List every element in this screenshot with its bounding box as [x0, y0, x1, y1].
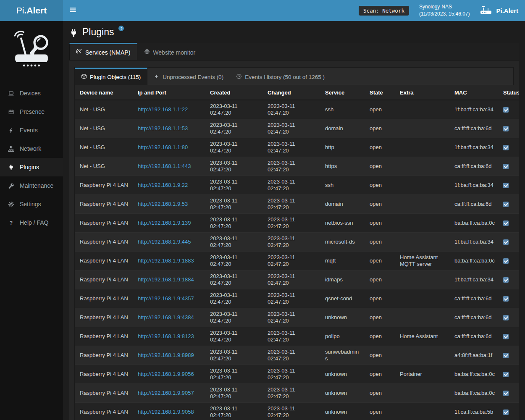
cell-changed: 2023-03-11 02:47:20	[262, 214, 320, 233]
cell-created: 2023-03-11 02:47:20	[205, 252, 262, 270]
navbar-brand[interactable]: Pi.Alert	[480, 5, 518, 16]
column-header-state[interactable]: State	[365, 85, 395, 100]
ip-port-link[interactable]: http://192.168.1.9:9057	[138, 390, 194, 396]
ip-port-link[interactable]: http://192.168.1.9:139	[138, 220, 191, 226]
cell-changed: 2023-03-11 02:47:20	[262, 403, 320, 420]
table-row: Net - USGhttp://192.168.1.1:4432023-03-1…	[75, 157, 519, 176]
ip-port-link[interactable]: http://192.168.1.9:4384	[138, 314, 194, 320]
cell-extra: Home Assistant MQTT server	[395, 252, 449, 270]
status-checkbox-checked[interactable]	[503, 145, 509, 150]
maintenance-icon	[8, 183, 15, 189]
cell-state: open	[365, 270, 395, 289]
cell-ip-port: http://192.168.1.9:1884	[133, 270, 205, 289]
status-checkbox-checked[interactable]	[503, 353, 509, 358]
sidebar-item-plugins[interactable]: Plugins	[0, 158, 63, 176]
help-badge[interactable]: ?	[118, 26, 124, 31]
status-checkbox-checked[interactable]	[503, 126, 509, 131]
status-checkbox-checked[interactable]	[503, 258, 509, 264]
status-checkbox-checked[interactable]	[503, 277, 509, 283]
cell-ip-port: http://192.168.1.9:9057	[133, 384, 205, 403]
page-header: Plugins ?	[63, 21, 525, 43]
ip-port-link[interactable]: http://192.168.1.9:8989	[138, 352, 194, 358]
ip-port-link[interactable]: http://192.168.1.1:22	[138, 106, 188, 113]
subtab-events-history-50-out-of-1265[interactable]: Events History (50 out of 1265 )	[230, 68, 331, 85]
cell-status	[498, 176, 519, 195]
status-checkbox-checked[interactable]	[503, 183, 509, 188]
ip-port-link[interactable]: http://192.168.1.9:1883	[138, 257, 194, 264]
status-checkbox-checked[interactable]	[503, 296, 509, 302]
sidebar-item-settings[interactable]: Settings	[0, 195, 63, 213]
column-header-mac[interactable]: MAC	[449, 85, 498, 100]
sidebar-item-help-faq[interactable]: ?Help / FAQ	[0, 213, 63, 232]
sidebar-item-events[interactable]: Events	[0, 121, 63, 139]
sidebar-toggle-button[interactable]	[63, 0, 82, 21]
column-header-device-name[interactable]: Device name	[75, 85, 133, 100]
status-checkbox-checked[interactable]	[503, 334, 509, 339]
cell-device-name: Raspberry Pi 4 LAN	[75, 195, 133, 214]
sidebar-item-network[interactable]: Network	[0, 139, 63, 158]
cell-created: 2023-03-11 02:47:20	[205, 176, 262, 195]
cell-device-name: Raspberry Pi 4 LAN	[75, 403, 133, 420]
cell-changed: 2023-03-11 02:47:20	[262, 289, 320, 308]
column-header-status[interactable]: Status	[498, 85, 519, 100]
ip-port-link[interactable]: http://192.168.1.9:8123	[138, 333, 194, 339]
cell-status	[498, 346, 519, 365]
cell-changed: 2023-03-11 02:47:20	[262, 157, 320, 176]
tab-label: Website monitor	[153, 49, 195, 56]
sidebar-item-maintenance[interactable]: Maintenance	[0, 176, 63, 195]
cell-service: https	[320, 157, 365, 176]
status-checkbox-checked[interactable]	[503, 372, 509, 377]
subtab-plugin-objects-115[interactable]: Plugin Objects (115)	[75, 68, 147, 85]
status-checkbox-checked[interactable]	[503, 391, 509, 396]
cell-service: sunwebadmins	[320, 346, 365, 365]
cell-mac: ca:ff:ff:ca:ba:6d	[449, 289, 498, 308]
cell-state: open	[365, 346, 395, 365]
column-header-created[interactable]: Created	[205, 85, 262, 100]
cell-state: open	[365, 252, 395, 270]
table-body: Net - USGhttp://192.168.1.1:222023-03-11…	[75, 100, 519, 420]
column-header-ip-and-port[interactable]: Ip and Port	[133, 85, 205, 100]
ip-port-link[interactable]: http://192.168.1.9:22	[138, 182, 188, 188]
status-checkbox-checked[interactable]	[503, 410, 509, 415]
bolt-icon	[154, 74, 160, 81]
app-logo-link[interactable]: Pi.Alert	[0, 0, 63, 21]
column-header-service[interactable]: Service	[320, 85, 365, 100]
globe-icon	[144, 49, 150, 56]
cell-state: open	[365, 214, 395, 233]
ip-port-link[interactable]: http://192.168.1.1:80	[138, 144, 188, 150]
cell-ip-port: http://192.168.1.9:8123	[133, 327, 205, 346]
subtab-unprocessed-events-0[interactable]: Unprocessed Events (0)	[147, 68, 230, 85]
cell-service: polipo	[320, 327, 365, 346]
column-header-changed[interactable]: Changed	[262, 85, 320, 100]
ip-port-link[interactable]: http://192.168.1.9:1884	[138, 276, 194, 283]
object-subtabs: Plugin Objects (115)Unprocessed Events (…	[75, 68, 513, 85]
ip-port-link[interactable]: http://192.168.1.1:53	[138, 125, 188, 131]
ip-port-link[interactable]: http://192.168.1.9:4357	[138, 295, 194, 302]
status-checkbox-checked[interactable]	[503, 239, 509, 245]
ip-port-link[interactable]: http://192.168.1.9:445	[138, 239, 191, 245]
tab-label: Unprocessed Events (0)	[163, 74, 223, 80]
cell-service: http	[320, 138, 365, 157]
ip-port-link[interactable]: http://192.168.1.1:443	[138, 163, 191, 169]
status-checkbox-checked[interactable]	[503, 164, 509, 169]
cell-service: qsnet-cond	[320, 289, 365, 308]
cell-extra	[395, 138, 449, 157]
cell-extra: Home Assistant	[395, 327, 449, 346]
tab-website-monitor[interactable]: Website monitor	[137, 43, 202, 60]
cell-state: open	[365, 100, 395, 119]
cell-changed: 2023-03-11 02:47:20	[262, 176, 320, 195]
pialert-logo[interactable]	[0, 21, 63, 72]
ip-port-link[interactable]: http://192.168.1.9:9056	[138, 371, 194, 377]
sidebar-item-presence[interactable]: Presence	[0, 102, 63, 121]
sidebar-item-devices[interactable]: Devices	[0, 84, 63, 102]
status-checkbox-checked[interactable]	[503, 202, 509, 207]
ip-port-link[interactable]: http://192.168.1.9:9058	[138, 409, 194, 415]
table-row: Raspberry Pi 4 LANhttp://192.168.1.9:905…	[75, 403, 519, 420]
ip-port-link[interactable]: http://192.168.1.9:53	[138, 201, 188, 207]
status-checkbox-checked[interactable]	[503, 107, 509, 113]
cell-service: domain	[320, 195, 365, 214]
status-checkbox-checked[interactable]	[503, 315, 509, 320]
column-header-extra[interactable]: Extra	[395, 85, 449, 100]
tab-services-nmap[interactable]: Services (NMAP)	[69, 43, 137, 60]
status-checkbox-checked[interactable]	[503, 220, 509, 226]
